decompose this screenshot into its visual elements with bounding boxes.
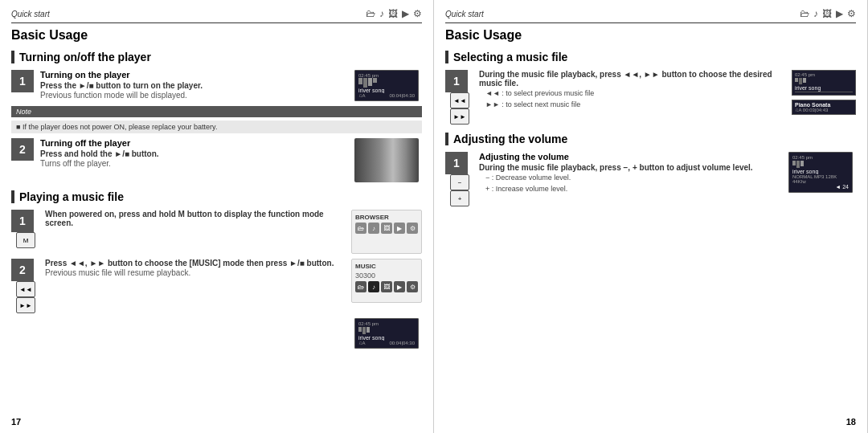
btn-plus: + bbox=[450, 190, 469, 206]
step-turn-on: 1 Turning on the player Press the ►/■ bu… bbox=[11, 70, 422, 101]
btn-next-sel: ►► bbox=[450, 108, 469, 125]
two-screens-mock: 02:45 pm iriver song Piano Sonata ♫A 00:… bbox=[792, 70, 856, 115]
m-icon-video: ▶ bbox=[394, 281, 405, 292]
music-icon-box: MUSIC 30300 🗁 ♪ 🖼 ▶ ⚙ bbox=[351, 259, 422, 303]
gear-icon: ⚙ bbox=[413, 8, 422, 19]
step-play-1-buttons: 1 M bbox=[11, 210, 40, 248]
section-volume: Adjusting the volume 1 − + Adjusting the… bbox=[445, 133, 856, 206]
device-bars-vol bbox=[792, 161, 849, 168]
m-icon-photo: 🖼 bbox=[381, 281, 392, 292]
mini-bars-1 bbox=[795, 78, 853, 84]
mini-status-2: ♫A 00:03|04:43 bbox=[795, 108, 853, 112]
btn-prev-sel: ◄◄ bbox=[450, 92, 469, 108]
top-icons-right: 🗁 ♪ 🖼 ▶ ⚙ bbox=[800, 8, 856, 19]
quickstart-header-right: Quick start 🗁 ♪ 🖼 ▶ ⚙ bbox=[445, 8, 856, 19]
photo-icon: 🖼 bbox=[388, 8, 398, 19]
mini-line bbox=[795, 92, 853, 92]
bar4 bbox=[373, 78, 377, 83]
device-song-vol: iriver song bbox=[792, 169, 849, 174]
music-number: 30300 bbox=[355, 272, 375, 280]
step-number-1-on: 1 bbox=[11, 70, 34, 92]
step-play-1-content: When powered on, press and hold M button… bbox=[45, 210, 345, 228]
top-icons-left: 🗁 ♪ 🖼 ▶ ⚙ bbox=[366, 8, 422, 19]
player-screen-row: 02:45 pm iriver song ♫A 00:04|04:30 bbox=[11, 318, 422, 349]
browser-icon-box: BROWSER 🗁 ♪ 🖼 ▶ ⚙ bbox=[351, 210, 422, 254]
step-number-1-play: 1 bbox=[11, 210, 34, 232]
section-title-volume: Adjusting the volume bbox=[445, 133, 856, 145]
vbar2 bbox=[796, 161, 800, 168]
step-vol-1: 1 − + Adjusting the volume During the mu… bbox=[445, 152, 856, 206]
m-icon-gear: ⚙ bbox=[407, 281, 418, 292]
step-number-2-off: 2 bbox=[11, 138, 34, 161]
b-icon-folder: 🗁 bbox=[355, 223, 366, 234]
step-play-2-content: Press ◄◄, ►► button to choose the [MUSIC… bbox=[45, 259, 345, 277]
btn-prev: ◄◄ bbox=[16, 281, 35, 297]
music-icons: 🗁 ♪ 🖼 ▶ ⚙ bbox=[355, 281, 418, 292]
step-number-1-select: 1 bbox=[445, 70, 468, 92]
music-title: MUSIC bbox=[355, 263, 376, 270]
step-turn-off-title: Turning off the player bbox=[40, 138, 345, 148]
step-vol-1-title: Adjusting the volume bbox=[479, 152, 779, 161]
step-play-2-sub: Previous music file will resume playback… bbox=[45, 268, 345, 277]
device-song-1: iriver song bbox=[358, 88, 415, 93]
device-turning-off-image bbox=[354, 138, 419, 182]
device-time-play: 02:45 pm bbox=[358, 321, 415, 326]
step-play-1-text: When powered on, press and hold M button… bbox=[45, 210, 345, 227]
step-select-1-buttons: 1 ◄◄ ►► bbox=[445, 70, 474, 125]
b-icon-video: ▶ bbox=[394, 223, 405, 234]
section-bar-selecting bbox=[445, 51, 448, 63]
b-icon-music: ♪ bbox=[368, 223, 379, 234]
device-time-vol: 02:45 pm bbox=[792, 155, 849, 160]
step-vol-1-buttons: 1 − + bbox=[445, 152, 474, 206]
step-turn-off-detail1: Press and hold the ►/■ button. bbox=[40, 149, 345, 158]
section-selecting: Selecting a music file 1 ◄◄ ►► During th… bbox=[445, 51, 856, 125]
section-bar bbox=[11, 51, 14, 63]
mini-screen-1: 02:45 pm iriver song bbox=[792, 70, 856, 96]
device-vol-level: ◄ 24 bbox=[792, 184, 849, 190]
mbar1 bbox=[795, 78, 798, 82]
section-turning-on-off: Turning on/off the player 1 Turning on t… bbox=[11, 51, 422, 182]
pbar3 bbox=[366, 327, 370, 333]
mini-time-1: 02:45 pm bbox=[795, 72, 853, 77]
step-turn-off-detail2: Turns off the player. bbox=[40, 159, 345, 168]
step-play-2-text: Press ◄◄, ►► button to choose the [MUSIC… bbox=[45, 259, 345, 268]
vol-minus-item: − : Decrease volume level. bbox=[485, 173, 779, 184]
vol-plus-item: + : Increase volume level. bbox=[485, 184, 779, 195]
step-turn-on-detail1: Press the ►/■ button to turn on the play… bbox=[40, 81, 345, 90]
browser-title: BROWSER bbox=[355, 214, 389, 221]
section-bar-playing bbox=[11, 190, 14, 203]
step-play-1: 1 M When powered on, press and hold M bu… bbox=[11, 210, 422, 254]
page-left: Quick start 🗁 ♪ 🖼 ▶ ⚙ Basic Usage Turnin… bbox=[0, 0, 434, 433]
vol-list: − : Decrease volume level. + : Increase … bbox=[485, 173, 779, 194]
mbar2 bbox=[799, 78, 802, 84]
device-status-time: 00:04|04:30 bbox=[389, 93, 415, 98]
basic-usage-title-left: Basic Usage bbox=[11, 28, 422, 43]
step-select-1: 1 ◄◄ ►► During the music file playback, … bbox=[445, 70, 856, 125]
step-vol-1-detail: During the music file playback, press −,… bbox=[479, 163, 779, 172]
step-play-2: 2 ◄◄ ►► Press ◄◄, ►► button to choose th… bbox=[11, 259, 422, 313]
note-content: ■ If the player does not power ON, pleas… bbox=[11, 121, 422, 133]
device-play-left: ♫A bbox=[358, 341, 366, 345]
page-number-18: 18 bbox=[846, 417, 856, 427]
m-icon-folder: 🗁 bbox=[355, 281, 366, 292]
step-turn-off: 2 Turning off the player Press and hold … bbox=[11, 138, 422, 182]
bar3 bbox=[368, 78, 372, 86]
page-divider-right bbox=[445, 22, 856, 23]
quickstart-header-left: Quick start 🗁 ♪ 🖼 ▶ ⚙ bbox=[11, 8, 422, 19]
b-icon-gear: ⚙ bbox=[407, 223, 418, 234]
bar2 bbox=[363, 78, 367, 88]
step-select-list: ◄◄ : to select previous music file ►► : … bbox=[485, 88, 785, 110]
device-mock-vol: 02:45 pm iriver song NORMAL MP3 128K 44K… bbox=[785, 152, 856, 193]
step-number-1-vol: 1 bbox=[445, 152, 468, 174]
quickstart-label-left: Quick start bbox=[11, 10, 50, 18]
device-screen-1: 02:45 pm iriver song ♫A 00:04|04:30 bbox=[354, 70, 419, 101]
note-label: Note bbox=[11, 106, 422, 117]
video-icon: ▶ bbox=[402, 8, 409, 19]
video-icon-r: ▶ bbox=[836, 8, 843, 19]
step-select-1-content: During the music file playback, press ◄◄… bbox=[479, 70, 785, 110]
mini-song-2: Piano Sonata bbox=[795, 102, 853, 108]
device-status-play: ♫A 00:04|04:30 bbox=[358, 341, 415, 345]
section-title-turning: Turning on/off the player bbox=[11, 51, 422, 63]
basic-usage-title-right: Basic Usage bbox=[445, 28, 856, 43]
mini-song-1: iriver song bbox=[795, 85, 853, 91]
